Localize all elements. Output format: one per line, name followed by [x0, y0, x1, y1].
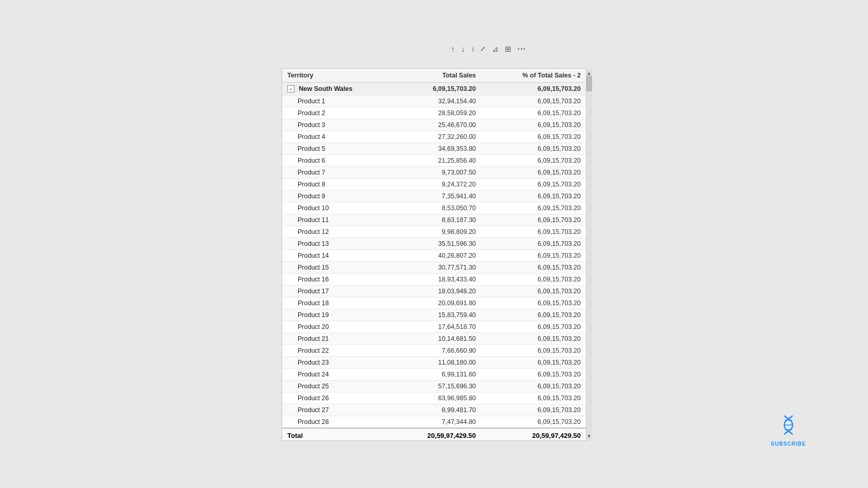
collapse-icon[interactable]: −	[287, 85, 295, 92]
product-name-cell: Product 24	[282, 369, 387, 381]
table-row: Product 5 34,69,353.80 6,09,15,703.20	[282, 143, 586, 155]
table-row: Product 25 57,15,696.30 6,09,15,703.20	[282, 381, 586, 392]
table-toolbar: ↑ ↓ ↕ ⤢ ⊿ ⊞ ···	[450, 43, 868, 55]
dna-icon	[780, 415, 797, 439]
product-pct-cell: 6,09,15,703.20	[481, 179, 586, 191]
page-wrapper: ↑ ↓ ↕ ⤢ ⊿ ⊞ ··· ▲ ▼ Territory Tot	[0, 0, 868, 488]
table-row: Product 6 21,25,856.40 6,09,15,703.20	[282, 155, 586, 167]
table-row: Product 14 40,26,807.20 6,09,15,703.20	[282, 250, 586, 262]
more-options-icon[interactable]: ···	[516, 43, 528, 55]
table-row: Product 16 18,93,433.40 6,09,15,703.20	[282, 274, 586, 286]
table-row: Product 28 7,47,344.80 6,09,15,703.20	[282, 416, 586, 429]
table-scroll-area[interactable]: Territory Total Sales % of Total Sales -…	[282, 69, 586, 440]
group-total-sales-cell: 6,09,15,703.20	[387, 82, 481, 96]
product-pct-cell: 6,09,15,703.20	[481, 238, 586, 250]
scrollbar-thumb[interactable]	[586, 76, 592, 91]
product-name-cell: Product 4	[282, 131, 387, 143]
product-pct-cell: 6,09,15,703.20	[481, 250, 586, 262]
product-name-cell: Product 13	[282, 238, 387, 250]
product-name-cell: Product 18	[282, 297, 387, 309]
product-pct-cell: 6,09,15,703.20	[481, 369, 586, 381]
product-pct-cell: 6,09,15,703.20	[481, 357, 586, 369]
subscribe-badge[interactable]: SUBSCRIBE	[771, 415, 806, 447]
product-name-cell: Product 26	[282, 392, 387, 404]
group-name: New South Wales	[299, 85, 352, 92]
table-row: Product 17 18,03,948.20 6,09,15,703.20	[282, 286, 586, 297]
product-sales-cell: 28,58,059.20	[387, 107, 481, 119]
product-name-cell: Product 5	[282, 143, 387, 155]
product-sales-cell: 9,73,007.50	[387, 167, 481, 179]
product-sales-cell: 10,14,681.50	[387, 333, 481, 345]
col-territory-header[interactable]: Territory	[282, 69, 387, 83]
table-row: Product 8 9,24,372.20 6,09,15,703.20	[282, 179, 586, 191]
group-territory-cell: − New South Wales	[282, 82, 387, 96]
col-pct-total-header[interactable]: % of Total Sales - 2	[481, 69, 586, 83]
product-name-cell: Product 11	[282, 214, 387, 226]
fullscreen-icon[interactable]: ⊞	[503, 43, 513, 55]
product-sales-cell: 40,26,807.20	[387, 250, 481, 262]
product-pct-cell: 6,09,15,703.20	[481, 214, 586, 226]
product-sales-cell: 8,99,481.70	[387, 404, 481, 416]
product-name-cell: Product 7	[282, 167, 387, 179]
table-body: − New South Wales 6,09,15,703.20 6,09,15…	[282, 82, 586, 440]
product-pct-cell: 6,09,15,703.20	[481, 155, 586, 167]
product-pct-cell: 6,09,15,703.20	[481, 309, 586, 321]
product-name-cell: Product 10	[282, 202, 387, 214]
product-sales-cell: 9,24,372.20	[387, 179, 481, 191]
product-sales-cell: 18,03,948.20	[387, 286, 481, 297]
product-sales-cell: 21,25,856.40	[387, 155, 481, 167]
product-pct-cell: 6,09,15,703.20	[481, 392, 586, 404]
product-pct-cell: 6,09,15,703.20	[481, 226, 586, 238]
col-total-sales-header[interactable]: Total Sales	[387, 69, 481, 83]
scroll-down-button[interactable]: ▼	[586, 433, 592, 440]
table-row: Product 9 7,35,941.40 6,09,15,703.20	[282, 191, 586, 202]
expand-icon[interactable]: ⤢	[478, 43, 487, 54]
product-name-cell: Product 23	[282, 357, 387, 369]
product-name-cell: Product 8	[282, 179, 387, 191]
product-pct-cell: 6,09,15,703.20	[481, 381, 586, 392]
product-name-cell: Product 25	[282, 381, 387, 392]
product-sales-cell: 15,83,759.40	[387, 309, 481, 321]
scrollbar[interactable]: ▲ ▼	[586, 69, 592, 440]
product-pct-cell: 6,09,15,703.20	[481, 167, 586, 179]
table-row: Product 18 20,09,691.80 6,09,15,703.20	[282, 297, 586, 309]
scroll-up-button[interactable]: ▲	[586, 69, 592, 76]
product-name-cell: Product 21	[282, 333, 387, 345]
product-pct-cell: 6,09,15,703.20	[481, 333, 586, 345]
table-row: Product 20 17,64,518.70 6,09,15,703.20	[282, 321, 586, 333]
product-pct-cell: 6,09,15,703.20	[481, 96, 586, 107]
product-name-cell: Product 17	[282, 286, 387, 297]
sort-asc-icon[interactable]: ↑	[450, 43, 457, 55]
product-sales-cell: 30,77,571.30	[387, 262, 481, 274]
filter-icon[interactable]: ⊿	[490, 43, 500, 55]
product-sales-cell: 34,69,353.80	[387, 143, 481, 155]
product-sales-cell: 57,15,696.30	[387, 381, 481, 392]
product-sales-cell: 25,46,670.00	[387, 119, 481, 131]
table-row: Product 13 35,51,596.30 6,09,15,703.20	[282, 238, 586, 250]
product-name-cell: Product 20	[282, 321, 387, 333]
subscribe-label: SUBSCRIBE	[771, 441, 806, 447]
product-name-cell: Product 9	[282, 191, 387, 202]
product-sales-cell: 18,93,433.40	[387, 274, 481, 286]
table-row: Product 22 7,66,660.90 6,09,15,703.20	[282, 345, 586, 357]
product-name-cell: Product 1	[282, 96, 387, 107]
product-pct-cell: 6,09,15,703.20	[481, 191, 586, 202]
product-pct-cell: 6,09,15,703.20	[481, 345, 586, 357]
sort-desc-icon[interactable]: ↓	[460, 43, 467, 55]
product-name-cell: Product 3	[282, 119, 387, 131]
table-row: Product 26 63,96,985.80 6,09,15,703.20	[282, 392, 586, 404]
table-row: Product 2 28,58,059.20 6,09,15,703.20	[282, 107, 586, 119]
total-pct-cell: 20,59,97,429.50	[481, 428, 586, 440]
product-sales-cell: 20,09,691.80	[387, 297, 481, 309]
table-row: Product 27 8,99,481.70 6,09,15,703.20	[282, 404, 586, 416]
product-pct-cell: 6,09,15,703.20	[481, 321, 586, 333]
product-pct-cell: 6,09,15,703.20	[481, 143, 586, 155]
product-name-cell: Product 19	[282, 309, 387, 321]
product-sales-cell: 7,47,344.80	[387, 416, 481, 429]
table-row: Product 10 8,53,050.70 6,09,15,703.20	[282, 202, 586, 214]
table-row: Product 11 8,83,187.30 6,09,15,703.20	[282, 214, 586, 226]
group-header-row: − New South Wales 6,09,15,703.20 6,09,15…	[282, 82, 586, 96]
product-name-cell: Product 2	[282, 107, 387, 119]
product-pct-cell: 6,09,15,703.20	[481, 131, 586, 143]
sort-both-icon[interactable]: ↕	[470, 43, 475, 54]
